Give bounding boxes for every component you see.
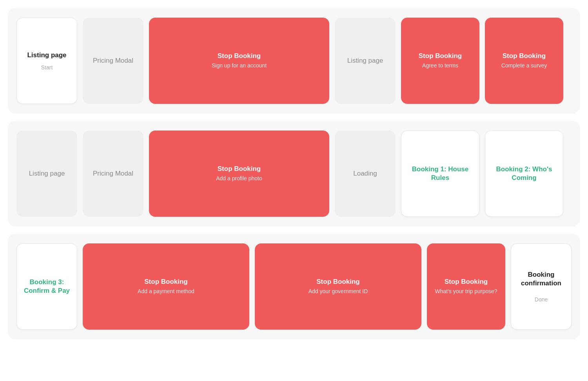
card-r1c5: Stop Booking Agree to terms [401,18,479,104]
flow-diagram: Listing page Start Pricing Modal Stop Bo… [8,8,580,339]
card-r3c5: Booking confirmation Done [511,243,572,330]
card-r1c4: Listing page [335,18,396,104]
flow-row-3: Booking 3: Confirm & Pay Stop Booking Ad… [8,234,580,339]
card-r3c1: Booking 3: Confirm & Pay [16,243,77,330]
card-r2c2: Pricing Modal [83,131,143,217]
flow-row-2: Listing page Pricing Modal Stop Booking … [8,121,580,227]
card-r1c3: Stop Booking Sign up for an account [149,18,329,104]
card-r1c6: Stop Booking Complete a survey [485,18,563,104]
card-r1c2: Pricing Modal [83,18,143,104]
card-r3c2: Stop Booking Add a payment method [83,243,249,330]
card-r2c6: Booking 2: Who's Coming [485,131,563,217]
card-r2c5: Booking 1: House Rules [401,131,479,217]
card-r3c3: Stop Booking Add your government ID [255,243,421,330]
flow-row-1: Listing page Start Pricing Modal Stop Bo… [8,8,580,114]
card-r2c3: Stop Booking Add a profile photo [149,131,329,217]
card-r3c4: Stop Booking What's your trip purpose? [427,243,505,330]
card-r1c1: Listing page Start [16,18,77,104]
card-r2c4: Loading [335,131,396,217]
card-r2c1: Listing page [16,131,77,217]
